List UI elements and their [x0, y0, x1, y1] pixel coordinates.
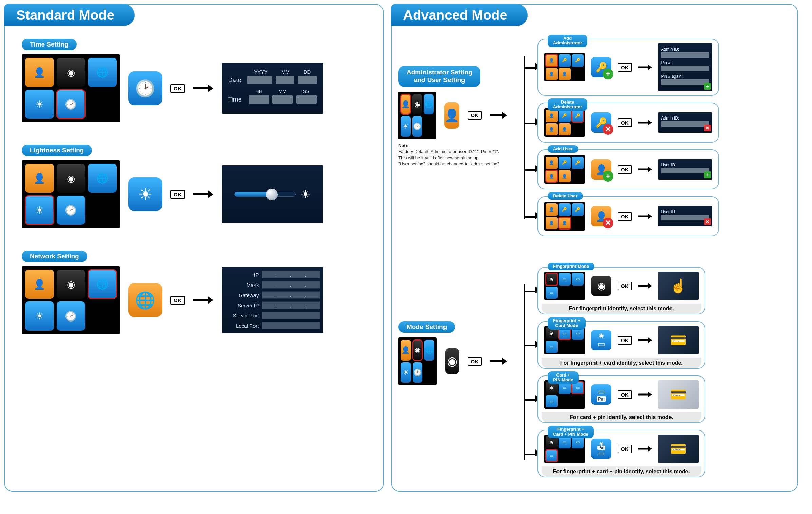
add-admin-form: Admin ID: Pin # : Pin # again: +: [658, 43, 712, 91]
serverip-input[interactable]: ...: [262, 301, 320, 309]
submenu-mode-fp: ◉ ▭ ▭ ▭: [544, 272, 585, 300]
brightness-icon: ☀: [300, 187, 310, 201]
time-mm-input[interactable]: [272, 95, 293, 104]
globe-pc-icon[interactable]: 🌐: [88, 270, 117, 299]
arrow-right-icon: [638, 336, 652, 344]
ok-button[interactable]: OK: [170, 84, 185, 93]
card-del-admin: Delete Administrator 👤 🔑 🔑 👤 👤 🔑✕ OK Adm…: [537, 103, 719, 143]
clock-icon[interactable]: 🕑: [57, 90, 86, 119]
fingerprint-icon[interactable]: ◉: [413, 340, 423, 361]
net-label-localport: Local Port: [225, 323, 259, 329]
date-mm-input[interactable]: [276, 76, 294, 84]
user-key-icon[interactable]: 👤: [546, 54, 558, 67]
ok-button[interactable]: OK: [170, 190, 185, 199]
admin-user-section: Administrator Setting and User Setting 👤…: [398, 35, 791, 240]
x-badge-icon: ✕: [603, 218, 613, 228]
svg-marker-13: [648, 120, 652, 126]
user-add-icon[interactable]: 👤: [546, 170, 558, 183]
user-del-tile: 👤✕: [591, 206, 611, 226]
date-yyyy-input[interactable]: [247, 76, 272, 84]
ok-button[interactable]: OK: [618, 212, 632, 221]
key-del-icon: 🔑: [572, 157, 584, 169]
caption-fp: For fingerprint identify, select this mo…: [542, 304, 701, 314]
user-del-icon: 👤: [559, 68, 570, 80]
admin-id-input[interactable]: [661, 121, 709, 127]
brightness-icon[interactable]: ☀: [25, 196, 54, 225]
empty-icon: [424, 116, 434, 137]
ok-button[interactable]: OK: [618, 63, 632, 72]
ok-button[interactable]: OK: [618, 445, 632, 453]
arrow-right-icon: [638, 63, 652, 71]
network-result-screen: IP... Mask... Gateway... Server IP... Se…: [222, 267, 323, 333]
arrow-right-icon: [638, 391, 652, 398]
date-dd-input[interactable]: [298, 76, 316, 84]
card-label-fp-card-pin: Fingerprint + Card + PIN Mode: [548, 426, 594, 438]
pin-again-input[interactable]: [661, 79, 709, 85]
card-add-admin: Add Administrator 👤 🔑 🔑 👤 👤 🔑+ OK Admin …: [537, 39, 719, 96]
fingerprint-tile: ◉: [445, 348, 459, 374]
user-key-icon[interactable]: 👤: [401, 94, 411, 115]
brightness-tile: ☀: [128, 177, 162, 211]
globe-pc-icon: 🌐: [88, 164, 117, 193]
svg-marker-30: [648, 391, 652, 398]
user-key-icon: 👤: [546, 157, 558, 169]
user-del-icon[interactable]: 👤: [559, 217, 570, 230]
user-id-input[interactable]: [661, 215, 709, 220]
brightness-slider[interactable]: [234, 192, 296, 197]
advanced-mode-title: Advanced Mode: [391, 4, 528, 26]
date-time-result-screen: YYYY MM DD Date HH MM SS: [222, 63, 323, 114]
ok-button[interactable]: OK: [618, 336, 632, 345]
pin-input[interactable]: [661, 66, 709, 71]
branch-fp-mode: Fingerprint Mode ◉ ▭ ▭ ▭ ◉ OK ☝ For fing…: [537, 263, 705, 318]
serverport-input[interactable]: [262, 312, 320, 319]
ok-button[interactable]: OK: [170, 296, 185, 305]
clock-icon: 🕑: [57, 196, 86, 225]
ok-button[interactable]: OK: [618, 390, 632, 399]
user-del-icon: 👤: [559, 123, 570, 136]
card-fp-card-mode: Fingerprint + Card Mode ◉ ▭ ▭ ▭ ◉▭ OK 💳 …: [537, 321, 705, 369]
ok-button[interactable]: OK: [618, 282, 632, 290]
main-menu-lightness: 👤 ◉ 🌐 ☀ 🕑: [22, 160, 120, 228]
card-label-del-user: Delete User: [548, 192, 583, 200]
time-ss-input[interactable]: [296, 95, 317, 104]
arrow-right-icon: [490, 111, 507, 120]
globe-pc-icon: 🌐: [424, 94, 434, 115]
admin-id-input[interactable]: [661, 52, 709, 58]
fingerprint-icon: ◉: [57, 270, 86, 299]
fp-card-pin-mode-icon[interactable]: ▭: [546, 449, 558, 462]
net-label-ip: IP: [225, 272, 259, 278]
gateway-input[interactable]: ...: [262, 291, 320, 299]
ip-input[interactable]: ...: [262, 271, 320, 278]
fp-card-tile: ◉▭: [591, 330, 611, 350]
admin-branches: Add Administrator 👤 🔑 🔑 👤 👤 🔑+ OK Admin …: [517, 35, 719, 240]
key-del-icon[interactable]: 🔑: [572, 110, 584, 122]
key-del-icon: 🔑: [572, 54, 584, 67]
pin-again-label: Pin # again:: [661, 74, 709, 79]
fingerprint-icon: ◉: [57, 164, 86, 193]
empty-icon: [88, 196, 117, 225]
ok-button[interactable]: OK: [468, 111, 482, 120]
key-add-icon: 🔑: [559, 110, 570, 122]
fingerprint-mode-icon[interactable]: ◉: [546, 273, 558, 286]
admin-id-label: Admin ID:: [661, 47, 709, 52]
col-dd: DD: [298, 69, 317, 75]
clock-icon: 🕑: [412, 116, 422, 137]
localport-input[interactable]: [262, 322, 320, 329]
ok-button[interactable]: OK: [468, 357, 482, 366]
svg-marker-16: [648, 166, 652, 172]
plus-badge-icon: +: [603, 171, 613, 182]
col-mm2: MM: [272, 88, 293, 94]
svg-marker-7: [502, 112, 507, 119]
fingerprint-icon: ◉: [412, 94, 422, 115]
user-id-input[interactable]: [661, 168, 709, 173]
mask-input[interactable]: ...: [262, 281, 320, 289]
user-key-icon: 👤: [546, 110, 558, 122]
ok-button[interactable]: OK: [618, 165, 632, 174]
ok-button[interactable]: OK: [618, 118, 632, 127]
standard-mode-title: Standard Mode: [4, 4, 135, 26]
empty-icon: [424, 362, 434, 383]
user-id-label: User ID: [661, 163, 709, 167]
time-hh-input[interactable]: [249, 95, 269, 104]
main-menu-network: 👤 ◉ 🌐 ☀ 🕑: [22, 266, 120, 334]
branch-del-user: Delete User 👤 🔑 🔑 👤 👤 👤✕ OK User ID: [537, 193, 719, 240]
